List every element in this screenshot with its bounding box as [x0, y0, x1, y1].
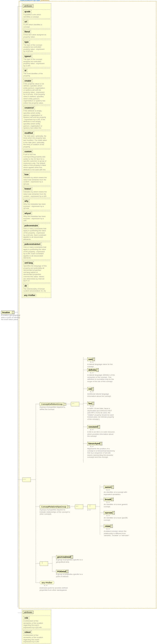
- element-geoAreaDetails[interactable]: geoAreaDetails +: [56, 555, 73, 559]
- attr-qcode: qcodeA qualified code which identifies a…: [23, 9, 50, 18]
- attr-desc: The local identifier of the property.: [23, 72, 47, 77]
- attr-desc: A URI which identifies a concept.: [23, 24, 47, 28]
- attr-name: uri: [23, 20, 28, 23]
- attr-name: dir: [23, 284, 28, 288]
- expand-icon[interactable]: +: [112, 512, 115, 514]
- attr-roleuri: roleuriA refinement of the semantics of …: [23, 630, 50, 643]
- collapse-icon[interactable]: −: [64, 403, 66, 406]
- attr-name: creator: [23, 79, 32, 82]
- occurs: 0..∞: [90, 429, 94, 431]
- connector-v: [52, 557, 52, 571]
- connector: [36, 506, 40, 507]
- desc-narrower: An identifier of a more specific concept…: [104, 517, 132, 521]
- attr-desc: Indicates by which means the value was e…: [23, 191, 47, 197]
- attr-name: typeuri: [23, 55, 32, 58]
- expand-icon[interactable]: +: [92, 402, 94, 405]
- element-POIDetails[interactable]: POIDetails +: [56, 570, 68, 573]
- desc-definition: A natural language definition of the sem…: [87, 374, 115, 382]
- group-label: ConceptRelationshipsGroup: [41, 506, 66, 508]
- location-desc: A location (geographical area or point o…: [1, 314, 22, 321]
- desc-hierarchyInfo: Represents the position of a concept in …: [87, 448, 115, 458]
- expand-icon[interactable]: +: [66, 570, 68, 573]
- expand-icon[interactable]: +: [111, 498, 114, 501]
- connector: [100, 526, 104, 526]
- element-location[interactable]: location −: [1, 310, 14, 314]
- occurs: 0..∞: [106, 514, 110, 516]
- occurs: 0..∞: [90, 405, 94, 407]
- attr-pubconstrainturi: pubconstrainturiOne or many constraints …: [23, 242, 50, 260]
- expand-icon[interactable]: +: [71, 556, 73, 558]
- desc-related: A related concept, where the relationshi…: [104, 530, 132, 537]
- element-narrower[interactable]: narrower+: [104, 511, 115, 514]
- connector: [13, 312, 18, 312]
- sequence-compositor[interactable]: [22, 478, 31, 482]
- attr-xmllang: xml:langSpecifies the language of this p…: [23, 261, 50, 283]
- desc-note: Additional natural language information …: [87, 393, 115, 397]
- type-link[interactable]: FlexLocationPropType: [20, 0, 40, 1]
- attr-desc: A refinement of the semantics of the loc…: [23, 634, 47, 643]
- element-facet[interactable]: facet+: [87, 402, 94, 405]
- expand-icon[interactable]: +: [92, 358, 95, 360]
- element-note[interactable]: note+: [87, 387, 94, 391]
- connector: [100, 512, 104, 513]
- attr-name: whyuri: [23, 212, 32, 215]
- connector: [100, 487, 104, 487]
- choice-details[interactable]: [40, 562, 48, 566]
- expand-icon[interactable]: +: [100, 442, 102, 445]
- sequence-crg[interactable]: [75, 504, 83, 509]
- attr-desc: Why the metadata has been included - exp…: [23, 203, 47, 210]
- attr-name: qcode: [23, 10, 32, 13]
- connector: [83, 506, 87, 507]
- attr-desc: A refinement of the semantics of the loc…: [23, 620, 47, 628]
- expand-icon[interactable]: +: [91, 388, 94, 390]
- element-label: geoAreaDetails: [57, 556, 72, 558]
- attributes-header: attributes: [23, 4, 33, 8]
- crg-desc: A group of properites required to indica…: [40, 509, 71, 515]
- attr-why: whyWhy the metadata has been included - …: [23, 199, 50, 210]
- element-sameAs[interactable]: sameAs+: [104, 485, 114, 489]
- connector: [52, 571, 56, 572]
- connector: [18, 480, 22, 480]
- element-label: location: [2, 311, 10, 314]
- concept-definition-group[interactable]: ConceptDefinitionGroup −: [40, 402, 64, 406]
- attributes-group-1: attributes qcodeA qualified code which i…: [22, 3, 51, 298]
- geo-desc: A group of properties specific to a geop…: [56, 559, 85, 563]
- element-hierarchyInfo[interactable]: hierarchyInfo+: [87, 442, 102, 446]
- connector: [83, 389, 87, 389]
- element-name[interactable]: name+: [87, 358, 95, 361]
- expand-icon[interactable]: +: [98, 426, 100, 428]
- connector: [83, 370, 87, 370]
- occurs: 0..∞: [106, 489, 110, 491]
- occurs: 0..∞: [106, 528, 110, 530]
- element-remoteInfo[interactable]: remoteInfo+: [87, 425, 100, 429]
- collapse-icon[interactable]: −: [67, 506, 70, 508]
- expand-icon[interactable]: +: [111, 486, 114, 488]
- expand-icon[interactable]: +: [110, 525, 113, 528]
- attr-howuri: howuriIndicates by which means the value…: [23, 186, 50, 198]
- occurs: 0..∞: [90, 361, 94, 363]
- attributes-header-2: attributes: [23, 611, 33, 614]
- connector: [83, 403, 87, 404]
- choice-crg[interactable]: [87, 504, 96, 509]
- element-broader[interactable]: broader+: [104, 498, 114, 501]
- poi-desc: A group of properties specific to a poin…: [56, 573, 85, 578]
- element-related[interactable]: related+: [104, 524, 113, 528]
- concept-relationships-group[interactable]: ConceptRelationshipsGroup −: [40, 505, 68, 508]
- attr-name: pubconstraint: [23, 224, 39, 227]
- attr-id: idThe local identifier of the property.: [23, 68, 50, 78]
- occurs: 0..∞: [90, 446, 94, 448]
- sequence-compositor-cdg[interactable]: [71, 402, 79, 406]
- element-definition[interactable]: definition+: [87, 368, 99, 372]
- occurs: 0..∞: [90, 391, 94, 393]
- attr-desc: If the attribute is empty, specifies whi…: [23, 110, 47, 129]
- expand-icon[interactable]: +: [96, 369, 99, 371]
- collapse-icon[interactable]: −: [12, 311, 14, 314]
- attr-name: literal: [23, 30, 31, 33]
- connector: [67, 404, 71, 404]
- attr-name: why: [23, 200, 30, 202]
- attr-desc: A qualified code which identifies a conc…: [23, 14, 47, 18]
- attr-name: how: [23, 173, 30, 176]
- occurs: 0..∞: [106, 501, 110, 503]
- desc-name: A natural language name for the concept.: [87, 363, 115, 368]
- desc-remoteInfo: A link to an item or a web resource whic…: [87, 431, 115, 437]
